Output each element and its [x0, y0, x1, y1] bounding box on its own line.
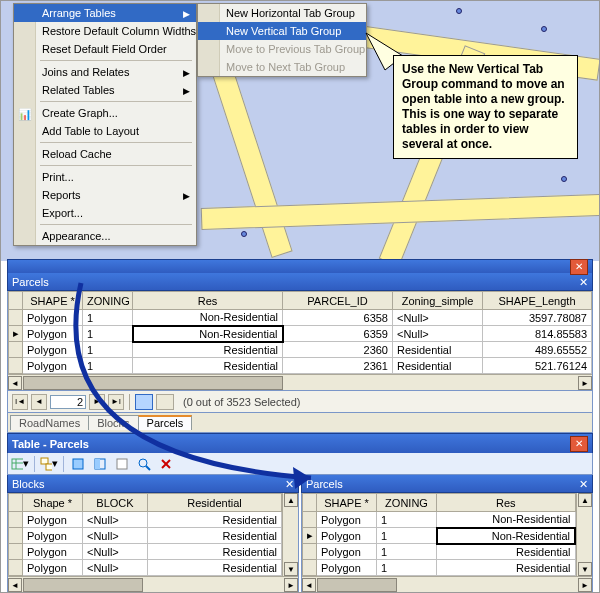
- cell[interactable]: Non-Residential: [133, 310, 283, 326]
- menu-item-new-horizontal-tab-group[interactable]: New Horizontal Tab Group: [198, 4, 366, 22]
- menu-item-related-tables[interactable]: Related Tables▶: [14, 81, 196, 99]
- cell[interactable]: 1: [377, 512, 437, 528]
- upper-tab-header[interactable]: Parcels ✕: [7, 273, 593, 291]
- switch-selection-button[interactable]: [90, 455, 110, 473]
- cell[interactable]: Residential: [148, 512, 282, 528]
- cell[interactable]: Polygon: [317, 512, 377, 528]
- cell[interactable]: 1: [377, 528, 437, 544]
- upper-grid[interactable]: SHAPE *ZONINGResPARCEL_IDZoning_simpleSH…: [8, 291, 592, 374]
- cell[interactable]: 3597.78087: [483, 310, 592, 326]
- col-header[interactable]: ZONING: [377, 494, 437, 512]
- upper-hscroll[interactable]: ◄ ►: [8, 374, 592, 390]
- menu-item-reload-cache[interactable]: Reload Cache: [14, 145, 196, 163]
- cell[interactable]: 2361: [283, 358, 393, 374]
- cell[interactable]: Polygon: [317, 544, 377, 560]
- clear-selection-button[interactable]: [112, 455, 132, 473]
- show-selected-toggle[interactable]: [156, 394, 174, 410]
- right-tab-header[interactable]: Parcels ✕: [301, 475, 593, 493]
- right-vscroll[interactable]: ▲▼: [576, 493, 592, 576]
- cell[interactable]: 521.76124: [483, 358, 592, 374]
- select-by-attr-button[interactable]: [68, 455, 88, 473]
- menu-item-create-graph-[interactable]: Create Graph...📊: [14, 104, 196, 122]
- nav-position[interactable]: [50, 395, 86, 409]
- col-header[interactable]: Shape *: [23, 494, 83, 512]
- left-grid[interactable]: Shape *BLOCKResidentialPolygon<Null>Resi…: [8, 493, 282, 576]
- cell[interactable]: Residential: [148, 544, 282, 560]
- menu-item-new-vertical-tab-group[interactable]: New Vertical Tab Group: [198, 22, 366, 40]
- cell[interactable]: Polygon: [317, 560, 377, 576]
- cell[interactable]: 6358: [283, 310, 393, 326]
- cell[interactable]: Residential: [148, 560, 282, 576]
- menu-item-reset-default-field-order[interactable]: Reset Default Field Order: [14, 40, 196, 58]
- cell[interactable]: 2360: [283, 342, 393, 358]
- cell[interactable]: Residential: [133, 342, 283, 358]
- nav-first[interactable]: I◄: [12, 394, 28, 410]
- col-header[interactable]: SHAPE_Length: [483, 292, 592, 310]
- cell[interactable]: 814.85583: [483, 326, 592, 342]
- cell[interactable]: Polygon: [23, 326, 83, 342]
- menu-item-appearance-[interactable]: Appearance...: [14, 227, 196, 245]
- cell[interactable]: 6359: [283, 326, 393, 342]
- nav-prev[interactable]: ◄: [31, 394, 47, 410]
- col-header[interactable]: BLOCK: [83, 494, 148, 512]
- cell[interactable]: Residential: [393, 342, 483, 358]
- col-header[interactable]: Res: [133, 292, 283, 310]
- cell[interactable]: Polygon: [23, 560, 83, 576]
- cell[interactable]: Polygon: [23, 512, 83, 528]
- cell[interactable]: 489.65552: [483, 342, 592, 358]
- col-header[interactable]: Residential: [148, 494, 282, 512]
- menu-item-reports[interactable]: Reports▶: [14, 186, 196, 204]
- col-header[interactable]: Res: [437, 494, 576, 512]
- cell[interactable]: 1: [83, 342, 133, 358]
- cell[interactable]: Polygon: [23, 544, 83, 560]
- cell[interactable]: Non-Residential: [437, 512, 576, 528]
- nav-next[interactable]: ►: [89, 394, 105, 410]
- cell[interactable]: <Null>: [83, 544, 148, 560]
- table-options-button[interactable]: ▾: [10, 455, 30, 473]
- menu-item-add-table-to-layout[interactable]: Add Table to Layout: [14, 122, 196, 140]
- cell[interactable]: <Null>: [83, 512, 148, 528]
- menu-item-joins-and-relates[interactable]: Joins and Relates▶: [14, 63, 196, 81]
- cell[interactable]: 1: [377, 560, 437, 576]
- bottom-tab-blocks[interactable]: Blocks: [88, 415, 138, 430]
- cell[interactable]: Non-Residential: [437, 528, 576, 544]
- cell[interactable]: Residential: [437, 560, 576, 576]
- col-header[interactable]: ZONING: [83, 292, 133, 310]
- cell[interactable]: Residential: [437, 544, 576, 560]
- cell[interactable]: Residential: [148, 528, 282, 544]
- menu-item-export-[interactable]: Export...: [14, 204, 196, 222]
- col-header[interactable]: PARCEL_ID: [283, 292, 393, 310]
- cell[interactable]: Polygon: [23, 310, 83, 326]
- cell[interactable]: <Null>: [393, 326, 483, 342]
- left-hscroll[interactable]: ◄ ►: [8, 576, 298, 592]
- right-grid[interactable]: SHAPE *ZONINGResPolygon1Non-Residential▸…: [302, 493, 576, 576]
- show-all-toggle[interactable]: [135, 394, 153, 410]
- left-vscroll[interactable]: ▲▼: [282, 493, 298, 576]
- tab-close-icon[interactable]: ✕: [579, 475, 588, 493]
- menu-item-restore-default-column-widths[interactable]: Restore Default Column Widths: [14, 22, 196, 40]
- tab-close-icon[interactable]: ✕: [285, 475, 294, 493]
- right-hscroll[interactable]: ◄ ►: [302, 576, 592, 592]
- cell[interactable]: Non-Residential: [133, 326, 283, 342]
- cell[interactable]: Polygon: [317, 528, 377, 544]
- nav-last[interactable]: ►I: [108, 394, 124, 410]
- cell[interactable]: 1: [377, 544, 437, 560]
- col-header[interactable]: SHAPE *: [317, 494, 377, 512]
- cell[interactable]: 1: [83, 358, 133, 374]
- cell[interactable]: 1: [83, 326, 133, 342]
- zoom-selected-button[interactable]: [134, 455, 154, 473]
- cell[interactable]: Polygon: [23, 358, 83, 374]
- bottom-tab-roadnames[interactable]: RoadNames: [10, 415, 89, 430]
- cell[interactable]: <Null>: [83, 528, 148, 544]
- cell[interactable]: 1: [83, 310, 133, 326]
- cell[interactable]: Polygon: [23, 342, 83, 358]
- cell[interactable]: Residential: [133, 358, 283, 374]
- cell[interactable]: Residential: [393, 358, 483, 374]
- related-tables-button[interactable]: ▾: [39, 455, 59, 473]
- bottom-tab-parcels[interactable]: Parcels: [138, 415, 193, 430]
- left-tab-header[interactable]: Blocks ✕: [7, 475, 299, 493]
- cell[interactable]: Polygon: [23, 528, 83, 544]
- cell[interactable]: <Null>: [83, 560, 148, 576]
- col-header[interactable]: SHAPE *: [23, 292, 83, 310]
- cell[interactable]: <Null>: [393, 310, 483, 326]
